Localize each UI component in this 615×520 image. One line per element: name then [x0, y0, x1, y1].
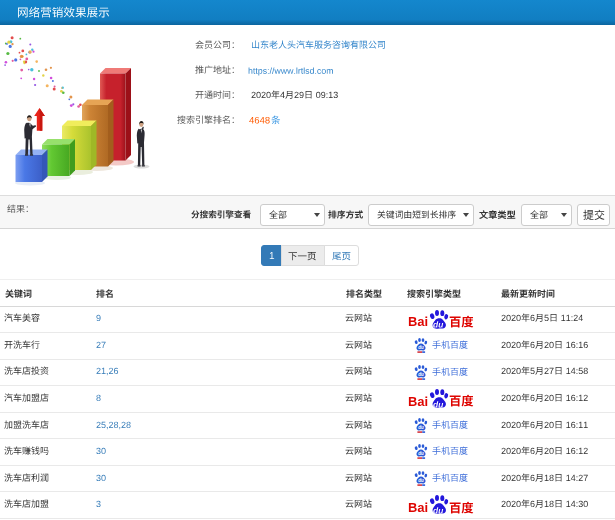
svg-text:du: du: [418, 451, 424, 456]
svg-text:du: du: [418, 478, 424, 483]
svg-text:du: du: [418, 345, 424, 350]
svg-text:du: du: [418, 425, 424, 430]
svg-text:du: du: [418, 372, 424, 377]
